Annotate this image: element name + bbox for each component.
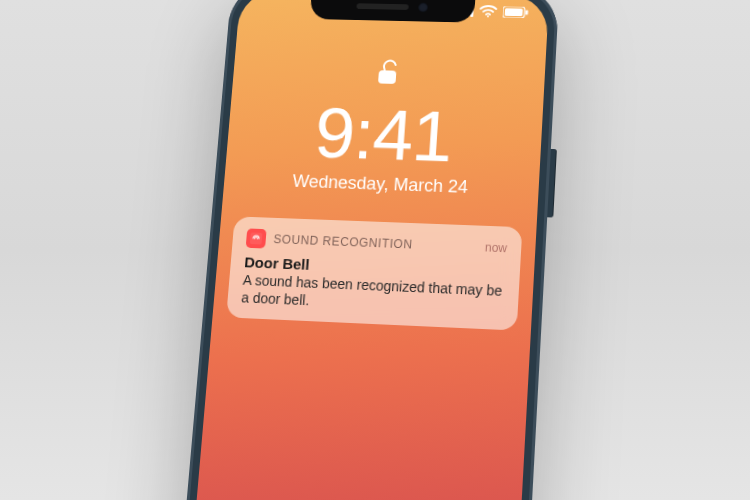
notification-header: SOUND RECOGNITION now xyxy=(246,228,508,258)
notification-timestamp: now xyxy=(485,241,508,256)
speaker-grille xyxy=(356,3,408,10)
lock-screen-content: 9:41 Wednesday, March 24 SOUND RECOGNITI… xyxy=(212,0,549,332)
battery-icon xyxy=(502,4,529,21)
notification-app-name: SOUND RECOGNITION xyxy=(273,232,477,254)
phone-frame: 9:41 Wednesday, March 24 SOUND RECOGNITI… xyxy=(172,0,559,500)
front-camera xyxy=(418,3,428,13)
svg-rect-8 xyxy=(378,70,396,84)
side-button[interactable] xyxy=(547,149,557,218)
wifi-icon xyxy=(479,4,498,21)
lock-screen[interactable]: 9:41 Wednesday, March 24 SOUND RECOGNITI… xyxy=(183,0,549,500)
lock-screen-time: 9:41 xyxy=(226,95,544,175)
svg-rect-6 xyxy=(505,8,523,16)
notch xyxy=(310,0,476,23)
unlock-icon xyxy=(375,58,401,91)
svg-rect-7 xyxy=(525,10,528,15)
notification-card[interactable]: SOUND RECOGNITION now Door Bell A sound … xyxy=(226,216,522,331)
sound-recognition-icon xyxy=(246,228,267,248)
svg-point-4 xyxy=(487,15,489,17)
